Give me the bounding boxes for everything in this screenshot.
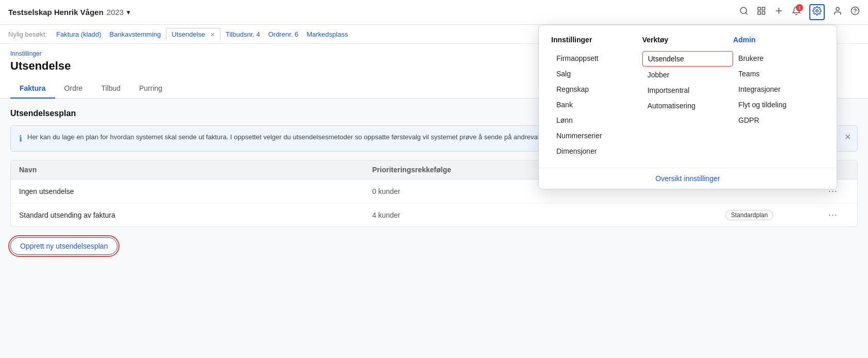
user-icon[interactable] — [833, 6, 842, 18]
recently-ordre[interactable]: Ordrenr. 6 — [265, 29, 302, 39]
dropdown-col-admin: Admin Brukere Teams Integrasjoner Flyt o… — [733, 36, 824, 159]
settings-dropdown: Innstillinger Firmaoppsett Salg Regnskap… — [538, 25, 837, 189]
close-info-icon[interactable]: ✕ — [844, 131, 851, 143]
svg-point-8 — [816, 10, 819, 12]
recently-utsendelse[interactable]: Utsendelse ✕ — [166, 28, 220, 40]
chevron-down-icon: ▾ — [127, 9, 130, 16]
oversikt-link[interactable]: Oversikt innstillinger — [655, 174, 720, 183]
menu-jobber[interactable]: Jobber — [642, 68, 734, 82]
create-plan-button[interactable]: Opprett ny utsendelsesplan — [10, 237, 117, 255]
gear-icon[interactable] — [809, 4, 825, 20]
row-2-dots[interactable]: ··· — [828, 209, 849, 220]
menu-brukere[interactable]: Brukere — [733, 51, 824, 66]
dropdown-footer: Oversikt innstillinger — [539, 168, 837, 189]
tab-tilbud[interactable]: Tilbud — [92, 79, 130, 99]
svg-rect-2 — [758, 7, 760, 10]
menu-salg[interactable]: Salg — [551, 67, 642, 81]
recently-bankavstemming[interactable]: Bankavstemming — [107, 29, 164, 39]
svg-rect-4 — [758, 12, 760, 14]
notification-badge: 1 — [796, 4, 803, 11]
grid-icon[interactable] — [757, 6, 766, 18]
col-title-innstillinger: Innstillinger — [551, 36, 642, 44]
standardplan-badge: Standardplan — [725, 210, 773, 220]
svg-rect-3 — [762, 7, 765, 10]
dropdown-columns: Innstillinger Firmaoppsett Salg Regnskap… — [539, 36, 837, 168]
col-navn: Navn — [19, 166, 372, 174]
plus-icon[interactable] — [774, 6, 784, 18]
bell-icon[interactable]: 1 — [792, 6, 801, 18]
company-selector[interactable]: Testselskap Henrik Vågen 2023 ▾ — [8, 8, 130, 17]
recently-tilbud[interactable]: Tilbudsnr. 4 — [223, 29, 263, 39]
menu-utsendelse[interactable]: Utsendelse — [642, 51, 734, 67]
svg-rect-5 — [762, 12, 765, 14]
row-2-priority: 4 kunder — [372, 211, 726, 219]
tab-faktura[interactable]: Faktura — [10, 79, 55, 99]
topbar: Testselskap Henrik Vågen 2023 ▾ 1 — [0, 0, 868, 25]
search-icon[interactable] — [739, 6, 748, 18]
svg-point-9 — [836, 7, 839, 10]
row-1-name: Ingen utsendelse — [19, 187, 372, 196]
menu-bank[interactable]: Bank — [551, 97, 642, 112]
menu-integrasjoner[interactable]: Integrasjoner — [733, 82, 824, 96]
close-tab-icon[interactable]: ✕ — [210, 31, 215, 38]
row-2-name: Standard utsending av faktura — [19, 211, 372, 219]
tab-purring[interactable]: Purring — [130, 79, 172, 99]
menu-regnskap[interactable]: Regnskap — [551, 82, 642, 96]
menu-dimensjoner[interactable]: Dimensjoner — [551, 144, 642, 158]
table-row: Standard utsending av faktura 4 kunder S… — [11, 203, 857, 226]
help-icon[interactable] — [850, 6, 860, 18]
menu-lonn[interactable]: Lønn — [551, 113, 642, 127]
menu-automatisering[interactable]: Automatisering — [642, 99, 734, 113]
recently-faktura[interactable]: Faktura (kladd) — [53, 29, 104, 39]
dropdown-col-innstillinger: Innstillinger Firmaoppsett Salg Regnskap… — [551, 36, 642, 159]
topbar-left: Testselskap Henrik Vågen 2023 ▾ — [8, 8, 130, 17]
year-label: 2023 — [107, 8, 124, 17]
menu-flyt-tildeling[interactable]: Flyt og tildeling — [733, 97, 824, 112]
col-title-verktoy: Verktøy — [642, 36, 734, 44]
col-title-admin: Admin — [733, 36, 824, 44]
menu-firmaoppsett[interactable]: Firmaoppsett — [551, 51, 642, 66]
svg-line-1 — [745, 12, 747, 14]
menu-gdpr[interactable]: GDPR — [733, 113, 824, 127]
recently-label: Nylig besøkt: — [8, 30, 47, 38]
row-2-badge: Standardplan — [725, 210, 828, 220]
menu-nummerserier[interactable]: Nummerserier — [551, 128, 642, 143]
info-icon: ℹ — [19, 133, 22, 145]
recently-markedsplass[interactable]: Markedsplass — [303, 29, 351, 39]
company-name: Testselskap Henrik Vågen — [8, 8, 104, 17]
topbar-right: 1 — [739, 4, 860, 20]
dropdown-col-verktoy: Verktøy Utsendelse Jobber Importsentral … — [642, 36, 734, 159]
tab-ordre[interactable]: Ordre — [55, 79, 92, 99]
menu-teams[interactable]: Teams — [733, 67, 824, 81]
menu-importsentral[interactable]: Importsentral — [642, 83, 734, 97]
